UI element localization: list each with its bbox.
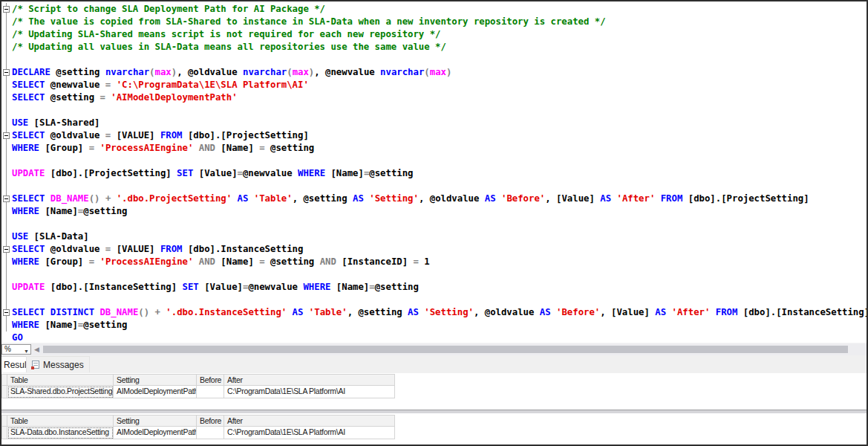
- grid-cell[interactable]: AIModelDeploymentPath: [114, 386, 197, 398]
- results-grid: TableSettingBeforeAfterSLA-Shared.dbo.Pr…: [1, 374, 395, 398]
- code-text: WHERE [Group] = 'ProcessAIEngine' AND [N…: [12, 142, 314, 155]
- code-line[interactable]: SELECT @oldvalue = [VALUE] FROM [dbo].[P…: [1, 129, 867, 142]
- ssms-query-window: /* Script to change SLA Deployment Path …: [0, 0, 868, 446]
- grid-cell[interactable]: SLA-Shared.dbo.ProjectSetting: [7, 386, 114, 398]
- code-text: WHERE [Name]=@setting: [12, 205, 128, 218]
- collapse-minus-icon[interactable]: [3, 132, 10, 139]
- code-line[interactable]: [1, 268, 867, 281]
- gutter: [1, 167, 12, 180]
- code-line[interactable]: UPDATE [dbo].[InstanceSetting] SET [Valu…: [1, 281, 867, 294]
- code-line[interactable]: [1, 54, 867, 66]
- fold-gutter: [1, 306, 12, 319]
- editor-zoom-percent: %: [4, 345, 11, 353]
- code-text: WHERE [Name]=@setting: [12, 319, 128, 332]
- editor-bottom-bar: % ▼ ◀: [1, 343, 867, 356]
- code-text: DECLARE @setting nvarchar(max), @oldvalu…: [12, 66, 451, 79]
- code-text: SELECT DB_NAME() + '.dbo.ProjectSetting'…: [12, 193, 809, 205]
- row-selector[interactable]: [1, 386, 7, 398]
- tab-messages-label: Messages: [43, 360, 84, 370]
- row-selector[interactable]: [1, 427, 7, 439]
- gutter: [1, 117, 12, 129]
- code-text: USE [SLA-Shared]: [12, 117, 99, 129]
- gutter: [1, 54, 12, 66]
- column-header[interactable]: After: [224, 415, 395, 427]
- results-grid: TableSettingBeforeAfterSLA-Data.dbo.Inst…: [1, 415, 395, 439]
- code-line[interactable]: [1, 218, 867, 230]
- collapse-minus-icon[interactable]: [3, 6, 10, 13]
- code-line[interactable]: WHERE [Name]=@setting: [1, 205, 867, 218]
- collapse-minus-icon[interactable]: [3, 195, 10, 202]
- corner-selector[interactable]: [1, 374, 7, 386]
- grid-cell[interactable]: C:\ProgramData\1E\SLA Platform\AI: [224, 386, 395, 398]
- corner-selector[interactable]: [1, 415, 7, 427]
- code-line[interactable]: [1, 155, 867, 167]
- sql-editor[interactable]: /* Script to change SLA Deployment Path …: [1, 1, 867, 344]
- gutter: [1, 79, 12, 91]
- code-text: SELECT @oldvalue = [VALUE] FROM [dbo].[P…: [12, 129, 309, 142]
- scroll-left-icon[interactable]: ◀: [34, 346, 39, 354]
- grid-cell[interactable]: [197, 386, 224, 398]
- column-header[interactable]: Table: [7, 374, 114, 386]
- code-line[interactable]: WHERE [Group] = 'ProcessAIEngine' AND [N…: [1, 142, 867, 155]
- gutter: [1, 104, 12, 117]
- code-line[interactable]: SELECT DISTINCT DB_NAME() + '.dbo.Instan…: [1, 306, 867, 319]
- gutter: [1, 256, 12, 268]
- code-lines: /* Script to change SLA Deployment Path …: [1, 3, 867, 344]
- gutter: [1, 218, 12, 230]
- code-text: SELECT DISTINCT DB_NAME() + '.dbo.Instan…: [12, 306, 867, 319]
- collapse-minus-icon[interactable]: [3, 246, 10, 253]
- grid-cell[interactable]: [197, 427, 224, 439]
- code-line[interactable]: /* Script to change SLA Deployment Path …: [1, 3, 867, 16]
- code-text: /* The value is copied from SLA-Shared t…: [12, 16, 606, 28]
- code-line[interactable]: /* The value is copied from SLA-Shared t…: [1, 16, 867, 28]
- gutter: [1, 41, 12, 54]
- horizontal-scrollbar[interactable]: [43, 345, 867, 354]
- code-line[interactable]: [1, 104, 867, 117]
- grid-cell[interactable]: SLA-Data.dbo.InstanceSetting: [7, 427, 114, 439]
- grid-cell[interactable]: AIModelDeploymentPath: [114, 427, 197, 439]
- gutter: [1, 281, 12, 294]
- code-line[interactable]: WHERE [Group] = 'ProcessAIEngine' AND [N…: [1, 256, 867, 268]
- gutter: [1, 230, 12, 243]
- code-line[interactable]: USE [SLA-Shared]: [1, 117, 867, 129]
- column-header[interactable]: Setting: [114, 374, 197, 386]
- code-line[interactable]: SELECT @oldvalue = [VALUE] FROM [dbo].In…: [1, 243, 867, 256]
- collapse-minus-icon[interactable]: [3, 69, 10, 76]
- code-line[interactable]: SELECT DB_NAME() + '.dbo.ProjectSetting'…: [1, 193, 867, 205]
- results-pane: TableSettingBeforeAfterSLA-Shared.dbo.Pr…: [1, 373, 867, 445]
- scrollbar-thumb[interactable]: [43, 346, 848, 353]
- column-header[interactable]: Table: [7, 415, 114, 427]
- gutter: [1, 205, 12, 218]
- column-header[interactable]: Before: [197, 374, 224, 386]
- gutter: [1, 155, 12, 167]
- code-line[interactable]: SELECT @setting = 'AIModelDeploymentPath…: [1, 91, 867, 104]
- code-line[interactable]: UPDATE [dbo].[ProjectSetting] SET [Value…: [1, 167, 867, 180]
- fold-gutter: [1, 193, 12, 205]
- collapse-minus-icon[interactable]: [3, 309, 10, 316]
- code-line[interactable]: /* Updating all values in SLA-Data means…: [1, 41, 867, 54]
- grids-divider[interactable]: [1, 410, 867, 413]
- code-line[interactable]: SELECT @newvalue = 'C:\ProgramData\1E\SL…: [1, 79, 867, 91]
- code-text: SELECT @setting = 'AIModelDeploymentPath…: [12, 91, 238, 104]
- code-text: SELECT @oldvalue = [VALUE] FROM [dbo].In…: [12, 243, 303, 256]
- grid-cell[interactable]: C:\ProgramData\1E\SLA Platform\AI: [224, 427, 395, 439]
- code-text: WHERE [Group] = 'ProcessAIEngine' AND [N…: [12, 256, 430, 268]
- gutter: [1, 294, 12, 306]
- code-line[interactable]: WHERE [Name]=@setting: [1, 319, 867, 332]
- code-line[interactable]: /* Updating SLA-Shared means script is n…: [1, 28, 867, 41]
- gutter: [1, 142, 12, 155]
- code-line[interactable]: DECLARE @setting nvarchar(max), @oldvalu…: [1, 66, 867, 79]
- column-header[interactable]: After: [224, 374, 395, 386]
- code-text: /* Script to change SLA Deployment Path …: [12, 3, 325, 16]
- editor-zoom-select[interactable]: % ▼: [1, 344, 31, 355]
- column-header[interactable]: Before: [197, 415, 224, 427]
- gutter: [1, 16, 12, 28]
- code-text: UPDATE [dbo].[InstanceSetting] SET [Valu…: [12, 281, 419, 294]
- code-line[interactable]: [1, 180, 867, 193]
- column-header[interactable]: Setting: [114, 415, 197, 427]
- gutter: [1, 268, 12, 281]
- code-line[interactable]: [1, 294, 867, 306]
- code-line[interactable]: USE [SLA-Data]: [1, 230, 867, 243]
- tab-messages[interactable]: Messages: [26, 356, 90, 372]
- fold-gutter: [1, 3, 12, 16]
